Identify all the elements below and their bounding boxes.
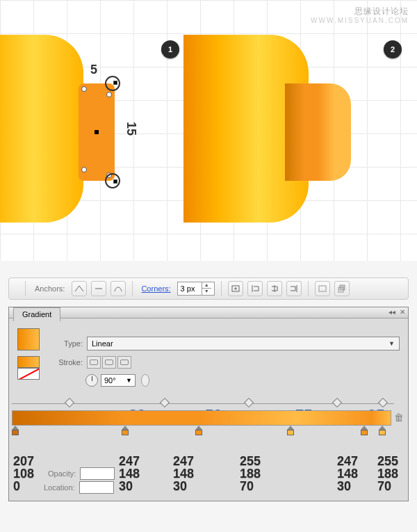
watermark: 思缘设计论坛	[354, 6, 409, 17]
color-stop[interactable]	[195, 426, 202, 435]
reverse-gradient-icon[interactable]	[141, 374, 149, 387]
corner-radius-field[interactable]	[178, 284, 202, 293]
align-left-icon[interactable]	[247, 281, 263, 296]
dimension-width: 5	[90, 63, 97, 77]
anchors-label: Anchors:	[35, 284, 65, 293]
gradient-type-value: Linear	[92, 339, 113, 348]
separator	[132, 281, 133, 296]
midpoint-diamond[interactable]	[64, 398, 74, 408]
color-stop[interactable]	[361, 426, 368, 435]
color-stop[interactable]	[122, 426, 129, 435]
separator	[25, 281, 26, 296]
opacity-input[interactable]	[80, 467, 115, 480]
corner-stepper[interactable]: ▲▼	[202, 282, 211, 295]
midpoint-diamond[interactable]	[244, 398, 254, 408]
stroke-align-option[interactable]	[102, 356, 116, 369]
trash-icon[interactable]: 🗑	[394, 412, 404, 423]
live-corner-handle[interactable]	[105, 173, 120, 188]
gradient-swatch-fill[interactable]	[17, 328, 40, 350]
stop-rgb-b: 0	[13, 480, 34, 492]
svg-rect-1	[319, 286, 326, 291]
stroke-align-option[interactable]	[87, 356, 101, 369]
angle-dial[interactable]	[85, 374, 98, 387]
live-corner-handle[interactable]	[105, 76, 120, 91]
center-point[interactable]	[95, 130, 99, 134]
control-toolbar: No S... Anchors: Corners: ▲▼	[8, 277, 409, 300]
anchor-point[interactable]	[81, 167, 87, 172]
gradient-panel: ◂◂✕ Gradient Type: Linear ▼ Stroke:	[8, 307, 409, 501]
corners-link[interactable]: Corners:	[141, 284, 170, 293]
canvas-area: 思缘设计论坛 WWW.MISSYUAN.COM 5 15 1 2	[0, 0, 417, 261]
opacity-label: Opacity:	[48, 469, 76, 478]
stroke-none-icon[interactable]	[17, 368, 40, 380]
gradient-ramp[interactable]	[12, 410, 391, 426]
anchor-point[interactable]	[81, 86, 87, 92]
remove-anchor-icon[interactable]	[91, 281, 106, 296]
align-right-icon[interactable]	[286, 281, 302, 296]
arrange-icon[interactable]	[334, 281, 350, 296]
color-stop[interactable]	[287, 426, 294, 435]
stop-rgb-g: 108	[13, 467, 34, 480]
angle-input[interactable]: 90°▼	[101, 374, 136, 387]
align-center-icon[interactable]	[267, 281, 282, 296]
stop-rgb-r: 207	[13, 455, 34, 467]
corner-radius-input[interactable]: ▲▼	[177, 282, 215, 296]
transform-icon[interactable]	[315, 281, 330, 296]
color-stop[interactable]	[12, 426, 19, 435]
step-badge-2: 2	[384, 40, 402, 58]
dimension-height: 15	[124, 122, 138, 136]
cut-path-icon[interactable]	[111, 281, 126, 296]
bump-shape[interactable]	[285, 83, 351, 181]
midpoint-diamond[interactable]	[332, 398, 341, 408]
step-badge-1: 1	[161, 40, 179, 58]
isolate-icon[interactable]	[228, 281, 243, 296]
location-input[interactable]	[79, 481, 114, 494]
midpoint-diamond[interactable]	[160, 398, 170, 408]
chevron-down-icon: ▼	[389, 340, 395, 347]
stroke-align-group	[87, 356, 131, 369]
location-label: Location:	[44, 483, 75, 492]
panel-header[interactable]: ◂◂✕	[9, 307, 408, 319]
type-label: Type:	[49, 339, 83, 348]
gradient-tab[interactable]: Gradient	[13, 307, 60, 321]
panel-close-icon[interactable]: ✕	[400, 308, 405, 316]
anchor-point[interactable]	[106, 92, 112, 97]
separator	[221, 281, 222, 296]
color-stop[interactable]	[379, 426, 386, 435]
base-shape-step1[interactable]	[0, 35, 83, 223]
stroke-align-option[interactable]	[117, 356, 131, 369]
stroke-label: Stroke:	[49, 358, 83, 366]
gradient-type-select[interactable]: Linear ▼	[87, 337, 400, 350]
selected-rect[interactable]	[79, 83, 115, 181]
separator	[308, 281, 309, 296]
gradient-swatch-stroke[interactable]	[17, 356, 40, 368]
panel-collapse-icon[interactable]: ◂◂	[389, 308, 395, 316]
convert-anchor-icon[interactable]	[72, 281, 87, 296]
watermark-url: WWW.MISSYUAN.COM	[311, 17, 409, 24]
